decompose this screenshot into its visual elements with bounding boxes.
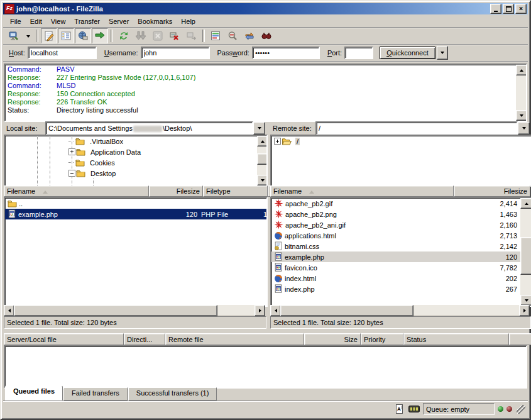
local-tree-scrollbar[interactable] [257, 136, 266, 185]
collapse-icon[interactable] [68, 170, 75, 177]
site-manager-button[interactable] [6, 28, 22, 43]
toggle-remote-tree-button[interactable] [75, 28, 91, 43]
maximize-button[interactable] [503, 4, 514, 14]
local-file-list[interactable]: ..example.php120PHP File1 [4, 197, 268, 307]
column-header-filesize[interactable]: Filesize [454, 185, 530, 197]
password-input[interactable] [252, 47, 320, 59]
local-directory-tree[interactable]: .VirtualBoxApplication DataCookiesDeskto… [4, 135, 268, 187]
resize-grip[interactable] [517, 405, 525, 414]
file-row-apache-pb2-gif[interactable]: apache_pb2.gif2,414 [271, 198, 531, 209]
local-hscrollbar[interactable] [4, 305, 265, 315]
directory-comparison-button[interactable] [224, 28, 241, 43]
refresh-button[interactable] [116, 28, 132, 43]
menu-item-file[interactable]: File [6, 16, 26, 26]
ascii-type-icon[interactable]: A [394, 404, 405, 414]
scroll-down-button[interactable] [520, 295, 531, 306]
scroll-left-button[interactable] [270, 305, 281, 316]
tree-item-cookies[interactable]: Cookies [5, 157, 266, 168]
process-queue-button[interactable] [133, 28, 149, 43]
site-manager-dropdown[interactable] [23, 28, 33, 43]
file-row-example-php[interactable]: example.php120 [271, 251, 531, 262]
file-row-example-php[interactable]: example.php120PHP File1 [5, 209, 266, 219]
file-row-favicon-ico[interactable]: favicon.ico7,782 [271, 262, 531, 273]
tree-item--[interactable]: / [271, 136, 531, 146]
column-header-filesize[interactable]: Filesize [149, 185, 203, 197]
scroll-up-button[interactable] [516, 65, 527, 75]
tab-failed-transfers[interactable]: Failed transfers [63, 387, 128, 401]
tree-item-desktop[interactable]: Desktop [5, 168, 266, 179]
column-header-filename[interactable]: Filename [270, 185, 454, 197]
column-header-directi-[interactable]: Directi... [124, 333, 165, 345]
window-title: john@localhost - FileZilla [16, 5, 488, 13]
column-header-priority[interactable]: Priority [361, 333, 403, 345]
tab-successful-transfers-1-[interactable]: Successful transfers (1) [128, 387, 217, 401]
host-input[interactable] [28, 47, 97, 59]
remote-site-combo[interactable]: / [315, 121, 518, 135]
speed-limit-icon[interactable] [408, 404, 420, 414]
port-input[interactable] [344, 47, 373, 59]
scroll-thumb[interactable] [14, 305, 217, 316]
column-header-filetype[interactable]: Filetype [203, 185, 268, 197]
file-row-apache-pb2-ani-gif[interactable]: apache_pb2_ani.gif2,160 [271, 219, 531, 230]
scroll-up-button[interactable] [520, 198, 531, 209]
file-row-index-html[interactable]: index.html202 [271, 273, 531, 284]
column-header-empty[interactable] [509, 333, 531, 345]
remote-site-dropdown[interactable] [518, 122, 530, 135]
toggle-local-tree-button[interactable] [58, 28, 74, 43]
scroll-down-button[interactable] [257, 175, 268, 185]
scroll-down-button[interactable] [516, 110, 527, 121]
scroll-left-button[interactable] [4, 305, 14, 316]
menu-item-bookmarks[interactable]: Bookmarks [133, 16, 177, 26]
file-row--[interactable]: .. [5, 198, 266, 209]
column-header-status[interactable]: Status [403, 333, 509, 345]
menu-item-help[interactable]: Help [177, 16, 200, 26]
log-scrollbar[interactable] [516, 65, 526, 121]
file-row-bitnami-css[interactable]: bitnami.css2,142 [271, 241, 531, 251]
message-log[interactable]: Command:PASVResponse:227 Entering Passiv… [4, 64, 527, 122]
find-files-button[interactable] [258, 28, 275, 43]
column-header-filename[interactable]: Filename [4, 185, 149, 197]
scroll-thumb[interactable] [257, 153, 268, 165]
menu-item-transfer[interactable]: Transfer [70, 16, 104, 26]
disconnect-button[interactable] [167, 28, 183, 43]
menu-item-edit[interactable]: Edit [26, 16, 47, 26]
tree-item-application-data[interactable]: Application Data [5, 146, 266, 157]
scroll-right-button[interactable] [255, 305, 265, 316]
file-row-index-php[interactable]: index.php267 [271, 284, 531, 294]
menu-item-view[interactable]: View [47, 16, 70, 26]
column-header-size[interactable]: Size [304, 333, 361, 345]
file-row-applications-html[interactable]: applications.html2,713 [271, 230, 531, 241]
toggle-message-log-button[interactable] [41, 28, 57, 43]
minimize-button[interactable] [490, 4, 501, 14]
synchronized-browsing-button[interactable] [241, 28, 258, 43]
tree-item--virtualbox[interactable]: .VirtualBox [5, 136, 266, 146]
transfer-queue-list[interactable] [4, 345, 527, 389]
username-input[interactable] [141, 47, 210, 59]
title-bar[interactable]: Fz john@localhost - FileZilla × [3, 3, 528, 14]
scroll-thumb[interactable] [520, 237, 531, 275]
remote-file-list[interactable]: apache_pb2.gif2,414apache_pb2.png1,463ap… [270, 197, 531, 307]
filter-button[interactable] [207, 28, 224, 43]
scroll-up-button[interactable] [257, 136, 268, 146]
scroll-thumb[interactable] [280, 305, 413, 316]
quickconnect-button[interactable]: Quickconnect [380, 47, 435, 59]
expand-icon[interactable] [274, 138, 281, 145]
scroll-right-button[interactable] [519, 305, 530, 316]
remote-list-scrollbar[interactable] [520, 198, 531, 306]
column-header-server-local-file[interactable]: Server/Local file [4, 333, 124, 345]
close-button[interactable]: × [515, 4, 527, 14]
menu-item-server[interactable]: Server [104, 16, 133, 26]
quickconnect-dropdown[interactable] [437, 46, 448, 60]
local-site-dropdown[interactable] [253, 122, 265, 135]
column-header-remote-file[interactable]: Remote file [165, 333, 304, 345]
remote-hscrollbar[interactable] [270, 305, 530, 315]
redacted-username [133, 126, 162, 132]
tab-queued-files[interactable]: Queued files [5, 385, 63, 401]
cancel-operation-button[interactable] [150, 28, 166, 43]
local-site-combo[interactable]: C:\Documents and Settings\Desktop\ [45, 121, 253, 135]
expand-icon[interactable] [68, 148, 75, 155]
file-row-apache-pb2-png[interactable]: apache_pb2.png1,463 [271, 209, 531, 219]
toggle-transfer-queue-button[interactable] [92, 28, 108, 43]
reconnect-button[interactable] [183, 28, 200, 43]
remote-directory-tree[interactable]: / [270, 135, 531, 187]
